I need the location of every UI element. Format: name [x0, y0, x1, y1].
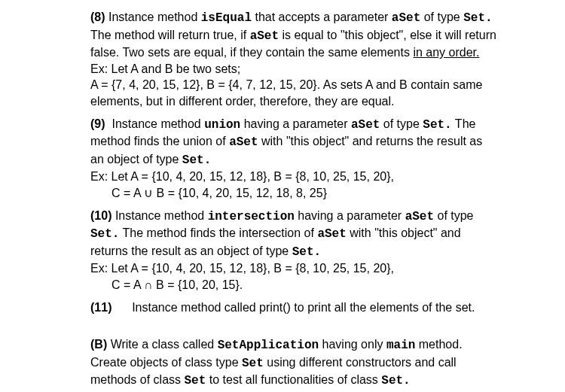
section-B-para: (B) Write a class called SetApplication …: [90, 336, 497, 390]
section-11-para: (11) Instance method called print() to p…: [90, 299, 497, 316]
section-9: (9) Instance method union having a param…: [90, 116, 497, 202]
text: having a parameter: [295, 209, 405, 222]
type-Set: Set.: [381, 374, 410, 387]
type-Set: Set.: [423, 118, 451, 132]
type-Set: Set.: [463, 11, 492, 25]
text: Instance method: [111, 117, 204, 130]
method-main: main: [386, 339, 415, 352]
text: Instance method: [115, 209, 208, 222]
text: The method finds the intersection of: [123, 226, 318, 239]
text: The method will return true, if: [90, 29, 250, 41]
item-label-B: (B): [90, 338, 107, 351]
text: having a parameter: [240, 117, 351, 130]
text: of type: [380, 117, 423, 130]
section-9-example-result: C = A ∪ B = {10, 4, 20, 15, 12, 18, 8, 2…: [90, 185, 497, 202]
item-label-8: (8): [90, 11, 105, 23]
section-8: (8) Instance method isEqual that accepts…: [90, 9, 497, 110]
section-10-example-result: C = A ∩ B = {10, 20, 15}.: [90, 277, 497, 293]
section-11: (11) Instance method called print() to p…: [90, 299, 497, 316]
text: Instance method called print() to print …: [132, 301, 475, 314]
underlined-text: in any order.: [413, 46, 479, 59]
param-aSet: aSet: [351, 118, 380, 132]
type-Set: Set.: [182, 153, 211, 167]
method-intersection: intersection: [208, 210, 295, 223]
type-Set: Set.: [292, 245, 321, 259]
section-10-para1: (10) Instance method intersection having…: [90, 208, 497, 261]
section-10: (10) Instance method intersection having…: [90, 208, 497, 293]
text: of type: [434, 209, 473, 222]
item-label-9: (9): [90, 117, 105, 130]
param-aSet: aSet: [405, 210, 434, 223]
text: of type: [420, 11, 463, 23]
item-label-11: (11): [90, 301, 111, 314]
section-9-para1: (9) Instance method union having a param…: [90, 116, 497, 169]
text: Write a class called: [111, 338, 218, 351]
section-9-example-sets: Ex: Let A = {10, 4, 20, 15, 12, 18}, B =…: [90, 169, 497, 185]
type-Set: Set.: [90, 227, 119, 241]
text: having only: [319, 338, 386, 351]
item-label-10: (10): [90, 209, 111, 222]
param-aSet: aSet: [250, 29, 279, 43]
section-B: (B) Write a class called SetApplication …: [90, 336, 497, 390]
section-8-para1: (8) Instance method isEqual that accepts…: [90, 9, 497, 61]
param-aSet: aSet: [392, 11, 420, 25]
param-aSet: aSet: [229, 135, 258, 149]
param-aSet: aSet: [317, 227, 346, 241]
section-8-example-sets: A = {7, 4, 20, 15, 12}, B = {4, 7, 12, 1…: [90, 77, 497, 109]
method-isEqual: isEqual: [201, 11, 252, 25]
section-8-example-intro: Ex: Let A and B be two sets;: [90, 61, 497, 77]
text: Instance method: [108, 11, 201, 23]
section-10-example-sets: Ex: Let A = {10, 4, 20, 15, 12, 18}, B =…: [90, 260, 497, 277]
text: that accepts a parameter: [252, 11, 392, 23]
text: to test all functionalities of class: [206, 373, 381, 386]
class-SetApplication: SetApplication: [218, 339, 319, 352]
type-Set: Set: [242, 357, 264, 370]
type-Set: Set: [185, 374, 206, 387]
method-union: union: [204, 118, 240, 132]
